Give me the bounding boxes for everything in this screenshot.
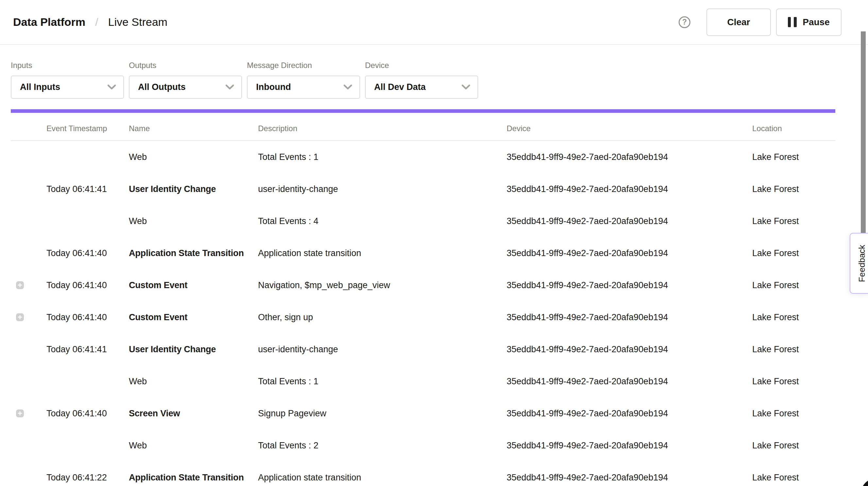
pause-icon bbox=[788, 17, 797, 27]
event-device-id: 35eddb41-9ff9-49e2-7aed-20afa90eb194 bbox=[506, 344, 752, 355]
event-timestamp: Today 06:41:41 bbox=[46, 344, 129, 355]
filter-device: Device All Dev Data bbox=[365, 61, 478, 99]
column-header-description: Description bbox=[258, 124, 506, 133]
vertical-scrollbar-thumb[interactable] bbox=[861, 31, 866, 233]
chevron-down-icon bbox=[343, 84, 352, 90]
event-device-id: 35eddb41-9ff9-49e2-7aed-20afa90eb194 bbox=[506, 216, 752, 226]
event-device-id: 35eddb41-9ff9-49e2-7aed-20afa90eb194 bbox=[506, 441, 752, 451]
select-value: Inbound bbox=[256, 82, 291, 92]
event-name: Screen View bbox=[129, 408, 258, 419]
table-row[interactable]: Today 06:41:41User Identity Changeuser-i… bbox=[11, 173, 868, 205]
event-location: Lake Forest bbox=[752, 344, 868, 355]
table-row[interactable]: Today 06:41:40Application State Transiti… bbox=[11, 237, 868, 269]
event-location: Lake Forest bbox=[752, 152, 868, 162]
event-name: Custom Event bbox=[129, 312, 258, 323]
filter-message-direction: Message Direction Inbound bbox=[247, 61, 360, 99]
pause-button-label: Pause bbox=[803, 17, 830, 28]
pause-button[interactable]: Pause bbox=[776, 8, 841, 36]
chevron-down-icon bbox=[462, 84, 470, 90]
table-row[interactable]: WebTotal Events : 135eddb41-9ff9-49e2-7a… bbox=[11, 141, 868, 173]
expand-cell: + bbox=[11, 409, 46, 417]
select-value: All Outputs bbox=[138, 82, 185, 92]
event-location: Lake Forest bbox=[752, 312, 868, 323]
table-row[interactable]: Today 06:41:41User Identity Changeuser-i… bbox=[11, 333, 868, 365]
event-timestamp: Today 06:41:40 bbox=[46, 312, 129, 323]
clear-button[interactable]: Clear bbox=[707, 8, 771, 36]
page-title: Live Stream bbox=[108, 16, 167, 28]
device-select[interactable]: All Dev Data bbox=[365, 75, 478, 99]
event-device-id: 35eddb41-9ff9-49e2-7aed-20afa90eb194 bbox=[506, 376, 752, 387]
event-name: Web bbox=[129, 216, 258, 226]
feedback-tab-label: Feedback bbox=[857, 245, 867, 282]
event-name: User Identity Change bbox=[129, 344, 258, 355]
event-location: Lake Forest bbox=[752, 441, 868, 451]
table-row[interactable]: +Today 06:41:40Screen ViewSignup Pagevie… bbox=[11, 397, 868, 429]
expand-plus-icon[interactable]: + bbox=[16, 313, 24, 321]
event-timestamp: Today 06:41:40 bbox=[46, 248, 129, 259]
chevron-down-icon bbox=[107, 84, 116, 90]
filter-label: Device bbox=[365, 61, 478, 70]
event-device-id: 35eddb41-9ff9-49e2-7aed-20afa90eb194 bbox=[506, 408, 752, 419]
help-icon[interactable]: ? bbox=[679, 17, 690, 28]
filter-bar: Inputs All Inputs Outputs All Outputs Me… bbox=[0, 45, 868, 99]
table-row[interactable]: WebTotal Events : 135eddb41-9ff9-49e2-7a… bbox=[11, 365, 868, 397]
table-row[interactable]: Today 06:41:22Application State Transiti… bbox=[11, 461, 868, 486]
event-name: Application State Transition bbox=[129, 473, 258, 483]
expand-plus-icon[interactable]: + bbox=[16, 281, 24, 289]
event-location: Lake Forest bbox=[752, 216, 868, 226]
inputs-select[interactable]: All Inputs bbox=[11, 75, 124, 99]
event-description: Other, sign up bbox=[258, 312, 506, 323]
event-timestamp: Today 06:41:22 bbox=[46, 473, 129, 483]
column-header-device: Device bbox=[506, 124, 752, 133]
expand-cell: + bbox=[11, 281, 46, 289]
event-device-id: 35eddb41-9ff9-49e2-7aed-20afa90eb194 bbox=[506, 280, 752, 291]
event-name: Web bbox=[129, 152, 258, 162]
event-timestamp: Today 06:41:41 bbox=[46, 184, 129, 194]
expand-plus-icon[interactable]: + bbox=[16, 409, 24, 417]
chevron-down-icon bbox=[225, 84, 234, 90]
event-description: Navigation, $mp_web_page_view bbox=[258, 280, 506, 291]
table-row[interactable]: WebTotal Events : 235eddb41-9ff9-49e2-7a… bbox=[11, 429, 868, 461]
table-body: WebTotal Events : 135eddb41-9ff9-49e2-7a… bbox=[11, 141, 868, 486]
outputs-select[interactable]: All Outputs bbox=[129, 75, 242, 99]
filter-label: Message Direction bbox=[247, 61, 360, 70]
breadcrumb: Data Platform / Live Stream bbox=[13, 16, 167, 28]
table-row[interactable]: +Today 06:41:40Custom EventNavigation, $… bbox=[11, 269, 868, 301]
accent-divider bbox=[11, 109, 835, 113]
expand-cell: + bbox=[11, 313, 46, 321]
event-description: user-identity-change bbox=[258, 344, 506, 355]
table-row[interactable]: WebTotal Events : 435eddb41-9ff9-49e2-7a… bbox=[11, 205, 868, 237]
event-location: Lake Forest bbox=[752, 473, 868, 483]
event-description: Total Events : 2 bbox=[258, 441, 506, 451]
message-direction-select[interactable]: Inbound bbox=[247, 75, 360, 99]
column-header-timestamp: Event Timestamp bbox=[46, 124, 129, 133]
event-location: Lake Forest bbox=[752, 376, 868, 387]
event-timestamp: Today 06:41:40 bbox=[46, 280, 129, 291]
event-name: Custom Event bbox=[129, 280, 258, 291]
event-description: Total Events : 4 bbox=[258, 216, 506, 226]
event-location: Lake Forest bbox=[752, 408, 868, 419]
feedback-tab[interactable]: Feedback bbox=[850, 233, 868, 294]
event-description: Application state transition bbox=[258, 248, 506, 259]
table-row[interactable]: +Today 06:41:40Custom EventOther, sign u… bbox=[11, 301, 868, 333]
event-name: User Identity Change bbox=[129, 184, 258, 194]
event-description: Signup Pageview bbox=[258, 408, 506, 419]
event-name: Web bbox=[129, 376, 258, 387]
breadcrumb-separator-icon: / bbox=[95, 16, 98, 28]
event-timestamp: Today 06:41:40 bbox=[46, 408, 129, 419]
select-value: All Inputs bbox=[20, 82, 60, 92]
column-header-location: Location bbox=[752, 124, 835, 133]
event-description: user-identity-change bbox=[258, 184, 506, 194]
event-device-id: 35eddb41-9ff9-49e2-7aed-20afa90eb194 bbox=[506, 473, 752, 483]
event-description: Application state transition bbox=[258, 473, 506, 483]
event-location: Lake Forest bbox=[752, 184, 868, 194]
event-device-id: 35eddb41-9ff9-49e2-7aed-20afa90eb194 bbox=[506, 184, 752, 194]
event-device-id: 35eddb41-9ff9-49e2-7aed-20afa90eb194 bbox=[506, 312, 752, 323]
event-device-id: 35eddb41-9ff9-49e2-7aed-20afa90eb194 bbox=[506, 152, 752, 162]
filter-inputs: Inputs All Inputs bbox=[11, 61, 124, 99]
event-name: Web bbox=[129, 441, 258, 451]
select-value: All Dev Data bbox=[374, 82, 426, 92]
top-header-bar: Data Platform / Live Stream ? Clear Paus… bbox=[0, 0, 868, 45]
column-header-name: Name bbox=[129, 124, 258, 133]
breadcrumb-section[interactable]: Data Platform bbox=[13, 16, 85, 28]
